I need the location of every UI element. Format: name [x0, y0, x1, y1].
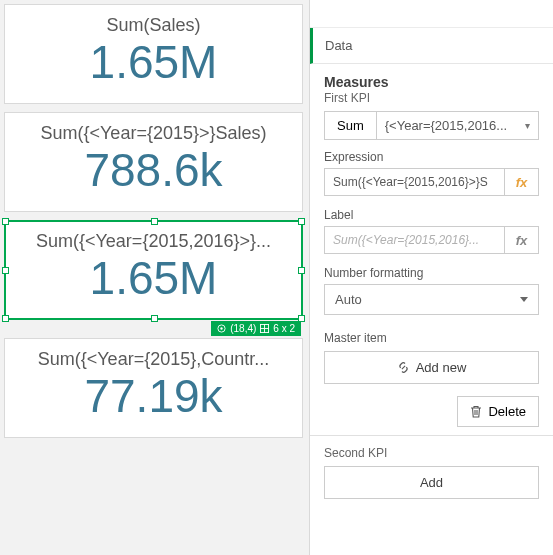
kpi-label: Sum({<Year={2015}>}Sales): [9, 119, 298, 144]
measures-heading: Measures: [324, 74, 539, 90]
kpi-card[interactable]: Sum({<Year={2015},Countr... 77.19k: [4, 338, 303, 438]
fx-icon: fx: [516, 175, 528, 190]
position-badge: (18,4) 6 x 2: [211, 321, 301, 336]
resize-handle[interactable]: [298, 218, 305, 225]
kpi-label: Sum(Sales): [9, 11, 298, 36]
kpi-value: 1.65M: [9, 36, 298, 89]
data-section-tab[interactable]: Data: [310, 28, 553, 64]
number-formatting-value: Auto: [335, 292, 362, 307]
second-kpi-label: Second KPI: [324, 446, 539, 460]
kpi-card[interactable]: Sum(Sales) 1.65M: [4, 4, 303, 104]
kpi-value: 1.65M: [9, 252, 298, 305]
field-selector[interactable]: {<Year={2015,2016... ▾: [377, 111, 539, 140]
resize-handle[interactable]: [2, 267, 9, 274]
target-icon: [217, 324, 226, 333]
resize-handle[interactable]: [151, 315, 158, 322]
resize-handle[interactable]: [2, 315, 9, 322]
expression-label: Expression: [324, 150, 539, 164]
label-label: Label: [324, 208, 539, 222]
resize-handle[interactable]: [151, 218, 158, 225]
field-selector-value: {<Year={2015,2016...: [385, 118, 507, 133]
fx-icon: fx: [516, 233, 528, 248]
kpi-card-selected[interactable]: Sum({<Year={2015,2016}>}... 1.65M (18,4)…: [4, 220, 303, 320]
trash-icon: [470, 405, 482, 418]
panel-top-gap: [310, 0, 553, 28]
aggregation-button[interactable]: Sum: [324, 111, 377, 140]
canvas-area[interactable]: Sum(Sales) 1.65M Sum({<Year={2015}>}Sale…: [0, 0, 309, 555]
kpi-label: Sum({<Year={2015,2016}>}...: [9, 227, 298, 252]
caret-down-icon: [520, 297, 528, 302]
expression-editor-button[interactable]: fx: [505, 168, 539, 196]
link-icon: [397, 361, 410, 374]
kpi-value: 788.6k: [9, 144, 298, 197]
first-kpi-label: First KPI: [324, 91, 539, 105]
kpi-value: 77.19k: [9, 370, 298, 423]
divider: [310, 435, 553, 436]
svg-point-1: [221, 327, 223, 329]
delete-button[interactable]: Delete: [457, 396, 539, 427]
number-formatting-label: Number formatting: [324, 266, 539, 280]
label-input[interactable]: Sum({<Year={2015,2016}...: [324, 226, 505, 254]
kpi-card[interactable]: Sum({<Year={2015}>}Sales) 788.6k: [4, 112, 303, 212]
resize-handle[interactable]: [298, 267, 305, 274]
expression-input[interactable]: Sum({<Year={2015,2016}>}S: [324, 168, 505, 196]
kpi-label: Sum({<Year={2015},Countr...: [9, 345, 298, 370]
resize-handle[interactable]: [2, 218, 9, 225]
grid-icon: [260, 324, 269, 333]
add-second-kpi-button[interactable]: Add: [324, 466, 539, 499]
properties-panel: Data Measures First KPI Sum {<Year={2015…: [309, 0, 553, 555]
add-new-master-button[interactable]: Add new: [324, 351, 539, 384]
label-expression-button[interactable]: fx: [505, 226, 539, 254]
number-formatting-select[interactable]: Auto: [324, 284, 539, 315]
chevron-down-icon: ▾: [525, 120, 530, 131]
master-item-label: Master item: [324, 331, 539, 345]
